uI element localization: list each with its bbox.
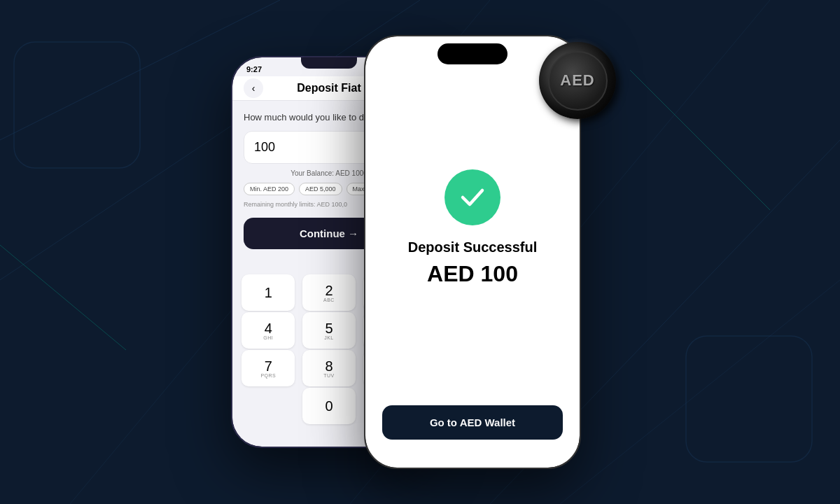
wallet-button[interactable]: Go to AED Wallet [382,405,563,440]
svg-rect-9 [14,42,140,168]
status-time: 9:27 [246,65,262,74]
back-phone-notch [301,57,357,69]
success-icon-circle [444,169,500,225]
amount-display: 100 [254,140,275,155]
success-bottom: Go to AED Wallet [365,405,580,468]
coin-inner: AED [548,51,608,111]
checkmark-icon [457,182,488,213]
svg-line-7 [0,245,126,350]
key-4[interactable]: 4 GHI [241,312,295,349]
key-7[interactable]: 7 PQRS [241,350,295,386]
coin-label: AED [560,71,594,90]
dynamic-island [438,43,507,64]
key-0[interactable]: 0 [302,388,356,424]
back-button[interactable]: ‹ [244,78,263,98]
key-2[interactable]: 2 ABC [302,274,356,311]
continue-label: Continue → [300,227,358,239]
aed-coin: AED [539,42,616,119]
min-chip[interactable]: Min. AED 200 [244,183,295,195]
svg-line-8 [630,70,770,210]
nav-title: Deposit Fiat [297,82,361,94]
coin-outer: AED [539,42,616,119]
svg-line-6 [560,280,840,504]
back-arrow-icon: ‹ [252,83,255,94]
key-8[interactable]: 8 TUV [302,350,356,386]
svg-rect-10 [686,336,812,462]
key-5[interactable]: 5 JKL [302,312,356,349]
success-title: Deposit Successful [408,239,538,255]
preset-chip[interactable]: AED 5,000 [299,183,342,195]
key-1[interactable]: 1 [241,274,295,311]
success-amount: AED 100 [427,261,518,287]
